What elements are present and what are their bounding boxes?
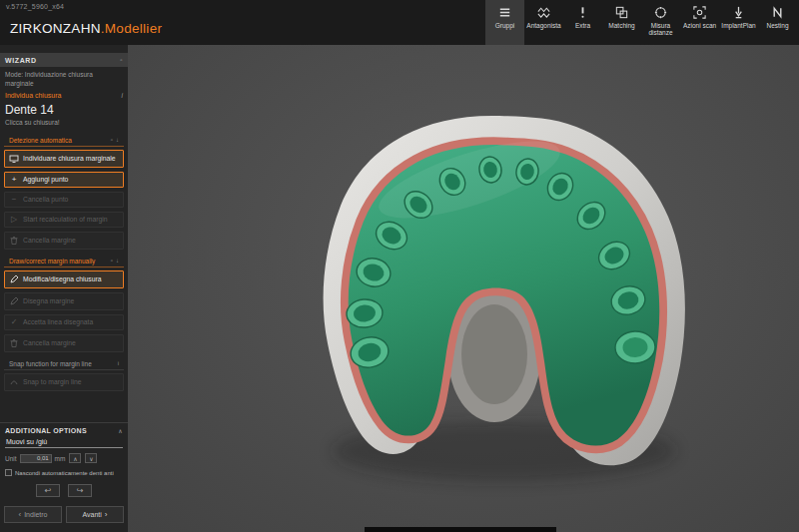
collapse-icon[interactable]: ↓ xyxy=(116,258,119,264)
pencil-icon xyxy=(9,296,19,306)
wizard-sidebar: WIZARD ▫ Mode: Individuazione chiusura m… xyxy=(0,45,128,532)
info-icon[interactable]: i xyxy=(122,92,123,99)
unit-step-up-button[interactable]: ∧ xyxy=(69,453,81,463)
info-icon[interactable]: i xyxy=(118,360,119,366)
brand-name: ZIRKONZAHN xyxy=(10,21,101,36)
azioni-scan-icon xyxy=(692,5,707,20)
draw-margin-button[interactable]: Disegna margine xyxy=(4,292,124,310)
toolbar-item-label: Misura distanze xyxy=(641,22,680,37)
pin-icon[interactable]: ▫ xyxy=(111,258,113,264)
toolbar-item-extra[interactable]: Extra xyxy=(563,0,602,45)
margin-detect-icon xyxy=(9,154,19,164)
section-title: Snap function for margin line xyxy=(9,360,92,367)
wizard-title: WIZARD xyxy=(5,57,37,64)
toolbar-item-nesting[interactable]: Nesting xyxy=(758,0,797,45)
snap-to-margin-button[interactable]: Snap to margin line xyxy=(4,373,124,391)
button-label: Accetta linea disegnata xyxy=(23,318,93,325)
redo-button[interactable]: ↪ xyxy=(68,484,92,497)
next-button-label: Avanti xyxy=(82,511,101,518)
top-bar: v.5772_5960_x64 ZIRKONZAHN.Modellier Gru… xyxy=(0,0,799,45)
wizard-step-label: Individua chiusura xyxy=(5,92,61,99)
delete-margin-button-2[interactable]: Cancella margine xyxy=(4,334,124,352)
accept-line-button[interactable]: ✓ Accetta linea disegnata xyxy=(4,314,124,330)
unit-step-down-button[interactable]: ∨ xyxy=(85,453,97,463)
misura-distanze-icon xyxy=(653,5,668,20)
chevron-left-icon: ‹ xyxy=(18,510,21,519)
plus-icon: + xyxy=(9,176,19,184)
brand-suffix: .Modellier xyxy=(101,21,163,36)
pin-icon[interactable]: ▫ xyxy=(120,57,123,63)
wizard-mode-label: Mode: Individuazione chiusura marginale xyxy=(0,67,128,90)
toolbar-item-label: Antagonista xyxy=(525,22,561,29)
wizard-nav: ‹ Indietro Avanti › xyxy=(0,501,128,528)
wizard-hint: Clicca su chiusura! xyxy=(0,118,128,131)
delete-point-button[interactable]: − Cancella punto xyxy=(4,192,124,208)
recalculate-margin-button[interactable]: ▷ Start recalculation of margin xyxy=(4,212,124,228)
wizard-panel-header[interactable]: WIZARD ▫ xyxy=(0,53,128,67)
auto-hide-label: Nascondi automaticamente denti anti xyxy=(15,470,114,476)
button-label: Individuare chiusura marginale xyxy=(23,155,116,162)
model-viewport[interactable] xyxy=(128,45,799,532)
button-label: Disegna margine xyxy=(23,297,74,304)
undo-redo-row: ↩ ↪ xyxy=(0,478,128,501)
button-label: Cancella punto xyxy=(23,196,68,203)
section-title: Detezione automatica xyxy=(9,137,72,144)
additional-options-panel: ADDITIONAL OPTIONS ∧ Muovi su /giù Unit … xyxy=(0,422,128,528)
section-header-auto-detect: Detezione automatica ▫ ↓ xyxy=(4,134,124,147)
toolbar-item-misura-distanze[interactable]: Misura distanze xyxy=(641,0,680,45)
button-label: Cancella margine xyxy=(23,237,76,244)
button-label: Modifica/disegna chiusura xyxy=(23,275,102,282)
toolbar-item-label: Azioni scan xyxy=(682,22,717,29)
additional-options-header[interactable]: ADDITIONAL OPTIONS ∧ xyxy=(0,424,128,436)
play-icon: ▷ xyxy=(9,216,19,224)
pin-icon[interactable]: ▫ xyxy=(111,137,113,143)
toolbar-item-label: ImplantPlan xyxy=(720,22,756,29)
button-label: Snap to margin line xyxy=(23,378,82,385)
toolbar-item-implantplan[interactable]: ImplantPlan xyxy=(719,0,758,45)
bottom-strip xyxy=(365,527,556,532)
next-button[interactable]: Avanti › xyxy=(66,506,124,523)
version-label: v.5772_5960_x64 xyxy=(6,3,64,10)
collapse-icon[interactable]: ↓ xyxy=(116,137,119,143)
back-button[interactable]: ‹ Indietro xyxy=(4,506,62,523)
detect-margin-button[interactable]: Individuare chiusura marginale xyxy=(4,150,124,168)
move-direction-select[interactable]: Muovi su /giù xyxy=(5,437,123,448)
trash-icon xyxy=(9,236,19,246)
unit-row: Unit mm ∧ ∨ xyxy=(0,451,128,465)
matching-icon xyxy=(614,5,629,20)
antagonista-icon xyxy=(536,5,551,20)
edit-margin-button[interactable]: Modifica/disegna chiusura xyxy=(4,270,124,288)
nesting-icon xyxy=(770,5,785,20)
snap-icon xyxy=(9,377,19,387)
button-label: Start recalculation of margin xyxy=(23,216,108,223)
toolbar-item-label: Extra xyxy=(574,22,591,29)
wizard-step-row: Individua chiusura i xyxy=(0,90,128,100)
undo-button[interactable]: ↩ xyxy=(36,484,60,497)
implantplan-icon xyxy=(731,5,746,20)
delete-margin-button[interactable]: Cancella margine xyxy=(4,232,124,250)
chevron-right-icon: › xyxy=(105,510,108,519)
toolbar-item-gruppi[interactable]: Gruppi xyxy=(485,0,524,45)
extra-icon xyxy=(575,5,590,20)
unit-input[interactable] xyxy=(20,454,52,463)
toolbar-item-antagonista[interactable]: Antagonista xyxy=(524,0,563,45)
tooth-label: Dente 14 xyxy=(0,100,128,118)
main-toolbar: Gruppi Antagonista Extra Matching Misura… xyxy=(485,0,797,45)
section-title: Draw/correct margin manually xyxy=(9,258,95,265)
chevron-up-icon[interactable]: ∧ xyxy=(118,427,123,434)
section-header-snap: Snap function for margin line i xyxy=(4,357,124,370)
unit-label: Unit xyxy=(5,455,17,462)
trash-icon xyxy=(9,338,19,348)
section-header-manual-margin: Draw/correct margin manually ▫ ↓ xyxy=(4,255,124,267)
button-label: Cancella margine xyxy=(23,339,76,346)
add-point-button[interactable]: + Aggiungi punto xyxy=(4,172,124,188)
additional-options-title: ADDITIONAL OPTIONS xyxy=(5,427,87,434)
check-icon: ✓ xyxy=(9,318,19,326)
toolbar-item-matching[interactable]: Matching xyxy=(602,0,641,45)
auto-hide-checkbox[interactable] xyxy=(5,469,12,476)
pencil-icon xyxy=(9,274,19,284)
minus-icon: − xyxy=(9,196,19,204)
auto-hide-row: Nascondi automaticamente denti anti xyxy=(0,465,128,478)
toolbar-item-azioni-scan[interactable]: Azioni scan xyxy=(680,0,719,45)
dental-model-3d[interactable] xyxy=(310,110,709,504)
